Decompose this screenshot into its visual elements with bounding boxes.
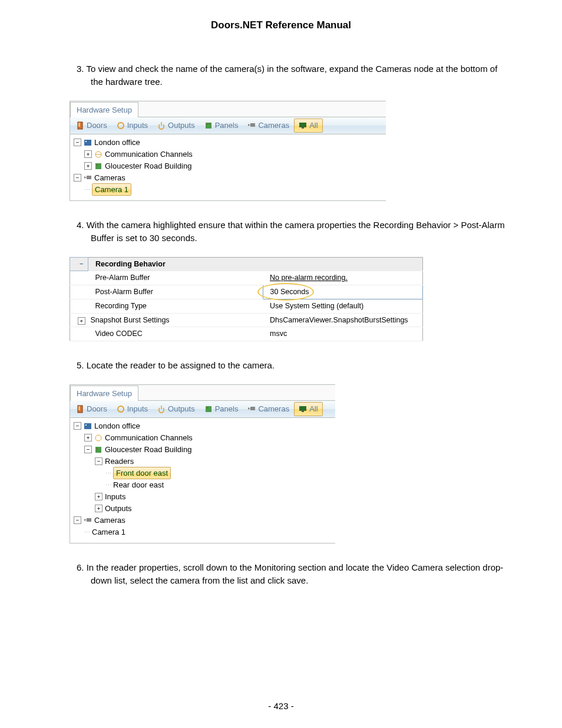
door-icon bbox=[76, 121, 84, 130]
svg-point-2 bbox=[118, 123, 124, 129]
tree-node-camera-1[interactable]: ⋯ Camera 1 bbox=[74, 184, 382, 196]
svg-marker-7 bbox=[248, 124, 250, 126]
tree-node-cameras[interactable]: − Cameras bbox=[74, 515, 332, 526]
svg-rect-31 bbox=[97, 448, 98, 449]
collapse-icon[interactable]: − bbox=[74, 139, 81, 146]
expand-icon[interactable]: + bbox=[84, 162, 92, 170]
svg-rect-8 bbox=[299, 123, 306, 127]
tree-node-outputs[interactable]: + Outputs bbox=[74, 503, 332, 515]
toolbar-panels[interactable]: Panels bbox=[200, 118, 243, 133]
svg-rect-26 bbox=[302, 411, 304, 412]
tree-node-comm-channels[interactable]: + Communication Channels bbox=[74, 149, 382, 160]
prop-row-pre-alarm[interactable]: Pre-Alarm Buffer No pre-alarm recording. bbox=[70, 271, 423, 285]
prop-row-post-alarm[interactable]: Post-Alarm Buffer 30 Seconds bbox=[70, 285, 423, 299]
toolbar-inputs[interactable]: Inputs bbox=[112, 118, 153, 133]
output-icon bbox=[157, 405, 166, 413]
page-title: Doors.NET Reference Manual bbox=[53, 18, 509, 33]
collapse-icon[interactable]: − bbox=[84, 446, 92, 453]
prop-row-recording-type[interactable]: Recording Type Use System Setting (defau… bbox=[70, 299, 423, 313]
toolbar: Doors Inputs Outputs Panels Cameras All bbox=[70, 117, 386, 134]
svg-rect-5 bbox=[209, 124, 210, 125]
svg-rect-10 bbox=[84, 140, 91, 146]
tree-node-inputs[interactable]: + Inputs bbox=[74, 491, 332, 503]
expand-icon[interactable]: + bbox=[84, 434, 92, 442]
grid-section-header: Recording Behavior bbox=[88, 257, 423, 271]
tree-node-camera-1[interactable]: ⋯ Camera 1 bbox=[74, 526, 332, 538]
svg-marker-24 bbox=[248, 407, 250, 410]
toolbar-doors[interactable]: Doors bbox=[71, 402, 112, 416]
post-alarm-dropdown[interactable]: 30 Seconds bbox=[263, 285, 423, 299]
toolbar-inputs[interactable]: Inputs bbox=[112, 402, 153, 416]
panel-icon bbox=[94, 446, 103, 454]
input-icon bbox=[117, 121, 125, 130]
step-number: 3. bbox=[77, 64, 84, 74]
step-6: 6. In the reader properties, scroll down… bbox=[77, 561, 509, 588]
server-icon bbox=[84, 422, 92, 430]
svg-rect-11 bbox=[85, 141, 87, 142]
svg-rect-4 bbox=[207, 124, 208, 125]
toolbar-all[interactable]: All bbox=[294, 402, 322, 416]
panel-icon bbox=[94, 162, 103, 170]
expand-icon[interactable]: + bbox=[78, 317, 85, 325]
step-text: In the reader properties, scroll down to… bbox=[87, 562, 504, 586]
expand-icon[interactable]: + bbox=[95, 493, 103, 500]
camera-icon bbox=[84, 174, 92, 182]
camera-icon bbox=[247, 121, 256, 130]
camera-icon bbox=[84, 516, 92, 525]
tree-node-readers[interactable]: − Readers bbox=[74, 456, 332, 467]
svg-rect-25 bbox=[299, 406, 306, 411]
tree-node-cameras[interactable]: − Cameras bbox=[74, 172, 382, 184]
tree-node-london[interactable]: − London office bbox=[74, 420, 332, 432]
svg-rect-22 bbox=[207, 407, 208, 409]
step-text: With the camera highlighted ensure that … bbox=[87, 220, 505, 243]
collapse-icon[interactable]: − bbox=[74, 422, 81, 430]
camera-icon bbox=[247, 405, 256, 413]
tree-node-gloucester[interactable]: − Gloucester Road Building bbox=[74, 444, 332, 456]
recording-behavior-grid: − Recording Behavior Pre-Alarm Buffer No… bbox=[70, 257, 423, 342]
network-icon bbox=[94, 150, 103, 159]
prop-row-snapshot[interactable]: + Snapshot Burst Settings DhsCameraViewe… bbox=[70, 313, 423, 327]
step-number: 5. bbox=[77, 360, 84, 370]
svg-rect-15 bbox=[97, 164, 98, 166]
panel-icon bbox=[204, 405, 213, 413]
toolbar: Doors Inputs Outputs Panels Cameras All bbox=[70, 400, 335, 418]
toolbar-cameras[interactable]: Cameras bbox=[243, 402, 294, 416]
collapse-icon[interactable]: − bbox=[74, 516, 81, 524]
tree-node-gloucester[interactable]: + Gloucester Road Building bbox=[74, 160, 382, 172]
monitor-icon bbox=[299, 405, 307, 413]
tree-node-rear-door[interactable]: ⋯ Rear door east bbox=[74, 479, 332, 491]
toolbar-outputs[interactable]: Outputs bbox=[153, 118, 200, 133]
collapse-icon[interactable]: − bbox=[95, 457, 103, 465]
server-icon bbox=[84, 139, 92, 147]
svg-marker-33 bbox=[84, 519, 87, 521]
output-icon bbox=[157, 121, 166, 130]
collapse-icon[interactable]: − bbox=[70, 257, 88, 271]
step-3: 3. To view and check the name of the cam… bbox=[77, 62, 509, 89]
step-4: 4. With the camera highlighted ensure th… bbox=[77, 219, 509, 245]
monitor-icon bbox=[299, 121, 307, 130]
collapse-icon[interactable]: − bbox=[74, 174, 81, 182]
toolbar-panels[interactable]: Panels bbox=[200, 402, 243, 416]
toolbar-cameras[interactable]: Cameras bbox=[243, 118, 294, 133]
tree-node-london[interactable]: − London office bbox=[74, 137, 382, 149]
panel-tab-hardware-setup[interactable]: Hardware Setup bbox=[70, 102, 138, 118]
svg-rect-32 bbox=[87, 518, 91, 522]
door-icon bbox=[76, 405, 84, 413]
panel-tab-hardware-setup[interactable]: Hardware Setup bbox=[70, 386, 138, 401]
step-number: 6. bbox=[77, 562, 84, 572]
toolbar-doors[interactable]: Doors bbox=[71, 118, 112, 133]
svg-rect-14 bbox=[95, 163, 101, 169]
toolbar-outputs[interactable]: Outputs bbox=[153, 402, 200, 416]
hardware-setup-screenshot-1: Hardware Setup Doors Inputs Outputs Pane… bbox=[70, 101, 386, 201]
step-number: 4. bbox=[77, 220, 84, 230]
expand-icon[interactable]: + bbox=[95, 505, 103, 512]
input-icon bbox=[117, 405, 125, 413]
tree-node-front-door[interactable]: ⋯ Front door east bbox=[74, 467, 332, 479]
tree-node-comm-channels[interactable]: + Communication Channels bbox=[74, 432, 332, 444]
expand-icon[interactable]: + bbox=[84, 150, 92, 158]
prop-row-codec[interactable]: Video CODEC msvc bbox=[70, 327, 423, 341]
step-text: To view and check the name of the camera… bbox=[86, 64, 497, 87]
toolbar-all[interactable]: All bbox=[294, 118, 322, 133]
svg-rect-16 bbox=[87, 176, 91, 179]
svg-point-29 bbox=[95, 435, 101, 441]
